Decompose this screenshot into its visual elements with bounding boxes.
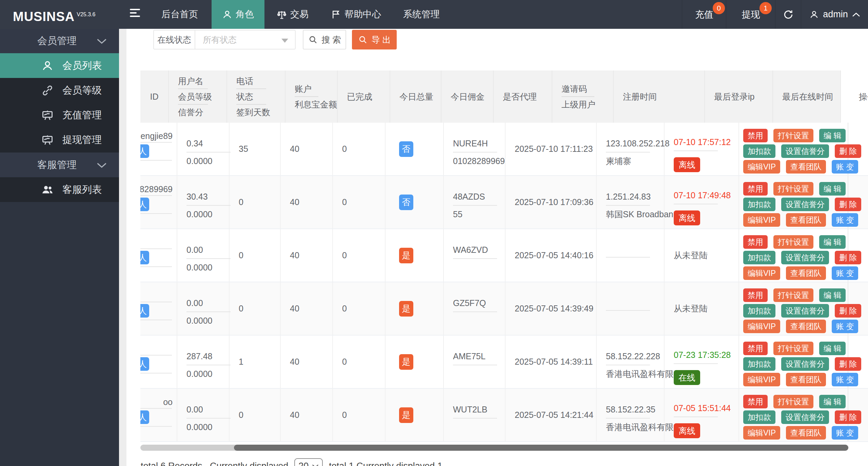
header-label: 账户 — [285, 82, 337, 96]
action-button-查看团队[interactable]: 查看团队 — [786, 426, 826, 440]
nav-item-system[interactable]: 系统管理 — [396, 0, 447, 29]
action-button-编辑VIP[interactable]: 编辑VIP — [743, 426, 780, 440]
action-button-打针设置[interactable]: 打针设置 — [773, 182, 813, 196]
action-button-打针设置[interactable]: 打针设置 — [773, 395, 813, 408]
nav-item-roles[interactable]: 角色 — [212, 0, 264, 29]
nav-item-home[interactable]: 后台首页 — [154, 0, 205, 29]
action-button-设置信誉分[interactable]: 设置信誉分 — [781, 304, 829, 318]
action-button-删除[interactable]: 删 除 — [835, 357, 861, 371]
cell-completed: 0 — [230, 176, 281, 228]
action-button-设置信誉分[interactable]: 设置信誉分 — [781, 410, 829, 424]
action-button-编辑VIP[interactable]: 编辑VIP — [743, 320, 780, 333]
action-button-禁用[interactable]: 禁用 — [743, 235, 768, 249]
action-button-row: 加扣款设置信誉分删 除 — [743, 357, 861, 371]
action-button-设置信誉分[interactable]: 设置信誉分 — [781, 251, 829, 264]
action-button-设置信誉分[interactable]: 设置信誉分 — [781, 357, 829, 371]
action-button-编辑[interactable]: 编 辑 — [819, 342, 846, 355]
sidebar-section-label: 会员管理 — [37, 34, 77, 48]
sidebar-item-service-list[interactable]: 客服列表 — [0, 177, 119, 202]
action-button-查看团队[interactable]: 查看团队 — [786, 160, 826, 174]
action-button-编辑VIP[interactable]: 编辑VIP — [743, 213, 780, 227]
action-button-禁用[interactable]: 禁用 — [743, 395, 768, 408]
action-button-编辑[interactable]: 编 辑 — [819, 395, 846, 408]
nav-refresh[interactable] — [775, 0, 801, 29]
action-button-删除[interactable]: 删 除 — [835, 410, 861, 424]
menu-toggle-icon[interactable] — [130, 9, 144, 20]
cell-completed: 0 — [230, 389, 281, 441]
invite-stack: WUT2LB — [453, 404, 495, 432]
action-button-删除[interactable]: 删 除 — [835, 198, 861, 211]
cell-actions: 禁用打针设置编 辑加扣款设置信誉分删 除编辑VIP查看团队账 变 — [742, 336, 848, 388]
action-button-禁用[interactable]: 禁用 — [743, 182, 768, 196]
cell-divider — [186, 365, 231, 365]
sidebar-item-withdraw-mgmt[interactable]: 提现管理 — [0, 127, 119, 153]
cell-today-total: 40 — [281, 389, 333, 441]
action-button-打针设置[interactable]: 打针设置 — [773, 235, 813, 249]
horizontal-scrollbar-track[interactable] — [140, 445, 848, 451]
sidebar-item-member-list[interactable]: 会员列表 — [0, 53, 119, 78]
action-button-禁用[interactable]: 禁用 — [743, 342, 768, 355]
col-header-7: 是否代理 — [494, 70, 552, 123]
action-button-编辑[interactable]: 编 辑 — [819, 182, 846, 196]
nav-item-trade[interactable]: 交易 — [269, 0, 316, 29]
nav-user-menu[interactable]: admin — [801, 0, 868, 29]
action-button-账变[interactable]: 账 变 — [832, 266, 858, 280]
nav-item-help[interactable]: 帮助中心 — [323, 0, 389, 29]
action-button-账变[interactable]: 账 变 — [832, 320, 858, 333]
action-button-编辑VIP[interactable]: 编辑VIP — [743, 160, 780, 174]
export-button[interactable]: 导 出 — [352, 30, 397, 49]
action-button-加扣款[interactable]: 加扣款 — [743, 357, 775, 371]
action-button-加扣款[interactable]: 加扣款 — [743, 251, 775, 264]
status-select[interactable]: 所有状态 — [195, 31, 295, 49]
page-size-select[interactable]: 20 — [294, 458, 323, 466]
cell-divider — [606, 365, 650, 365]
action-button-打针设置[interactable]: 打针设置 — [773, 129, 813, 142]
last-online-stack: 07-10 17:57:12离线 — [674, 137, 728, 172]
action-button-row: 禁用打针设置编 辑 — [743, 395, 846, 408]
horizontal-scrollbar-thumb[interactable] — [234, 445, 848, 451]
sidebar-section-service[interactable]: 客服管理 — [0, 153, 119, 177]
header-label: 会员等级 — [169, 90, 226, 103]
action-button-查看团队[interactable]: 查看团队 — [786, 373, 826, 386]
action-button-查看团队[interactable]: 查看团队 — [786, 213, 826, 227]
cell-divider — [674, 150, 718, 151]
parent-user: 01028289969 — [453, 156, 495, 166]
action-button-加扣款[interactable]: 加扣款 — [743, 144, 775, 158]
action-button-禁用[interactable]: 禁用 — [743, 129, 768, 142]
action-button-加扣款[interactable]: 加扣款 — [743, 198, 775, 211]
action-button-编辑VIP[interactable]: 编辑VIP — [743, 266, 780, 280]
action-button-账变[interactable]: 账 变 — [832, 160, 858, 174]
action-button-打针设置[interactable]: 打针设置 — [773, 288, 813, 302]
sidebar-item-member-level[interactable]: 会员等级 — [0, 78, 119, 103]
action-button-编辑[interactable]: 编 辑 — [819, 288, 846, 302]
action-button-row: 加扣款设置信誉分删 除 — [743, 198, 861, 211]
action-button-账变[interactable]: 账 变 — [832, 213, 858, 227]
chevron-down-icon — [97, 38, 107, 44]
action-button-编辑[interactable]: 编 辑 — [819, 129, 846, 142]
action-button-禁用[interactable]: 禁用 — [743, 288, 768, 302]
sidebar-item-recharge-mgmt[interactable]: 充值管理 — [0, 103, 119, 127]
action-button-打针设置[interactable]: 打针设置 — [773, 342, 813, 355]
action-button-删除[interactable]: 删 除 — [835, 251, 861, 264]
action-button-编辑[interactable]: 编 辑 — [819, 235, 846, 249]
action-button-加扣款[interactable]: 加扣款 — [743, 410, 775, 424]
action-button-设置信誉分[interactable]: 设置信誉分 — [781, 198, 829, 211]
action-button-账变[interactable]: 账 变 — [832, 373, 858, 386]
search-button[interactable]: 搜 索 — [303, 30, 346, 49]
sidebar-section-member[interactable]: 会员管理 — [0, 29, 119, 53]
interest-amount: 0.0000 — [186, 422, 219, 432]
action-button-删除[interactable]: 删 除 — [835, 304, 861, 318]
member-level-badge: 人 — [140, 304, 149, 318]
action-button-加扣款[interactable]: 加扣款 — [743, 304, 775, 318]
cell-last-login-ip: 1.251.24.83韩国SK Broadban — [597, 176, 665, 228]
action-button-删除[interactable]: 删 除 — [835, 144, 861, 158]
action-button-查看团队[interactable]: 查看团队 — [786, 320, 826, 333]
action-button-账变[interactable]: 账 变 — [832, 426, 858, 440]
action-button-设置信誉分[interactable]: 设置信誉分 — [781, 144, 829, 158]
page-size-value: 20 — [298, 461, 309, 466]
action-button-编辑VIP[interactable]: 编辑VIP — [743, 373, 780, 386]
action-button-查看团队[interactable]: 查看团队 — [786, 266, 826, 280]
username-fragment — [140, 237, 173, 247]
online-status-badge: 离线 — [674, 423, 700, 438]
last-online-stack: 07-23 17:35:28在线 — [674, 350, 728, 385]
